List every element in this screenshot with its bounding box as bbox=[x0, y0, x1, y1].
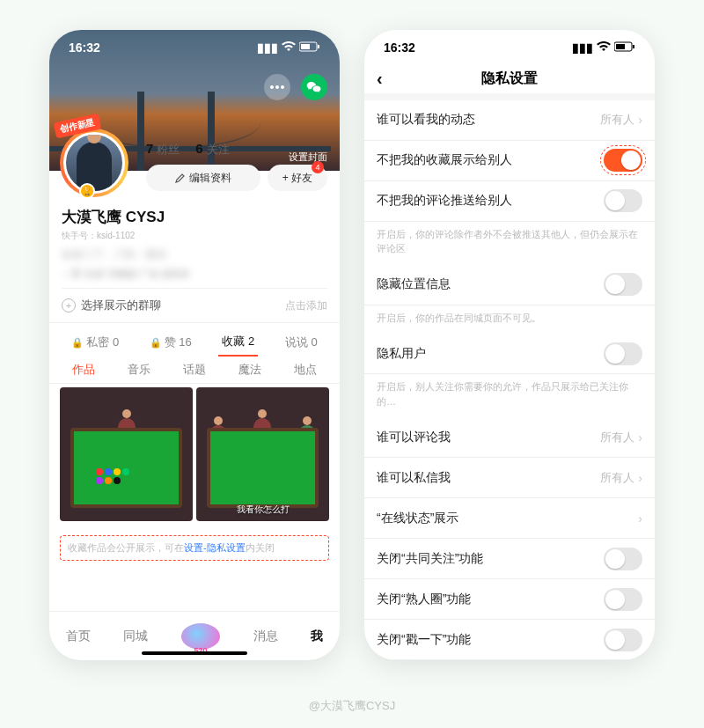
status-bar: 16:32 ▮▮▮ bbox=[364, 30, 655, 65]
toggle-hide-comments[interactable] bbox=[604, 189, 642, 212]
signal-icon: ▮▮▮ bbox=[572, 40, 593, 55]
chevron-right-icon: › bbox=[638, 511, 642, 526]
row-poke: 关闭“戳一下”功能 bbox=[364, 620, 655, 660]
edit-profile-button[interactable]: 编辑资料 bbox=[146, 165, 260, 191]
nav-messages[interactable]: 消息 bbox=[253, 629, 278, 644]
bio-blurred: 纵横三千，只取一瓢饮 bbox=[62, 247, 327, 262]
friend-badge: 4 bbox=[312, 161, 324, 173]
toggle-poke[interactable] bbox=[604, 629, 642, 651]
signal-icon: ▮▮▮ bbox=[257, 40, 278, 55]
content-tabs: 🔒私密 0 🔒赞 16 收藏 2 说说 0 bbox=[49, 322, 340, 357]
tab-moments[interactable]: 说说 0 bbox=[282, 328, 321, 357]
row-private-user: 隐私用户 bbox=[364, 334, 655, 374]
row-mutual-follow: 关闭“共同关注”功能 bbox=[364, 539, 655, 579]
back-icon[interactable]: ‹ bbox=[377, 69, 383, 89]
toggle-mutual-follow[interactable] bbox=[604, 548, 642, 570]
left-phone: 16:32 ▮▮▮ bbox=[49, 30, 340, 660]
chevron-right-icon: › bbox=[638, 113, 642, 127]
display-name: 大漠飞鹰 CYSJ bbox=[62, 207, 327, 227]
page-title: 隐私设置 bbox=[481, 70, 538, 88]
video-thumb-2[interactable]: 我看你怎么打 bbox=[196, 387, 329, 521]
status-icons: ▮▮▮ bbox=[257, 40, 320, 55]
row-hide-comments: 不把我的评论推送给别人 bbox=[364, 181, 655, 222]
svg-rect-7 bbox=[616, 44, 625, 49]
row-who-see-feed[interactable]: 谁可以看我的动态 所有人› bbox=[364, 100, 655, 141]
nav-local[interactable]: 同城 bbox=[123, 629, 148, 644]
add-friend-button[interactable]: + 好友 4 bbox=[268, 165, 327, 191]
status-icons: ▮▮▮ bbox=[572, 40, 635, 55]
battery-icon bbox=[299, 40, 320, 55]
group-hint: 点击添加 bbox=[285, 298, 327, 313]
more-button[interactable] bbox=[264, 74, 290, 100]
subtab-magic[interactable]: 魔法 bbox=[238, 362, 261, 378]
group-label: 选择展示的群聊 bbox=[81, 298, 161, 313]
row-hide-favorites: 不把我的收藏展示给别人 bbox=[364, 141, 655, 181]
tags-blurred: ♂ 男 32岁 天蝎座 广东·深圳市 bbox=[62, 268, 327, 281]
user-id: 快手号：ksid-1102 bbox=[62, 230, 327, 242]
desc-hide-location: 开启后，你的作品在同城页面不可见。 bbox=[364, 305, 655, 335]
home-indicator bbox=[142, 651, 247, 655]
right-phone: 16:32 ▮▮▮ ‹ 隐私设置 谁可以看我的动态 所有人› 不把我 bbox=[364, 30, 655, 660]
row-online-status[interactable]: “在线状态”展示 › bbox=[364, 498, 655, 539]
nav-me[interactable]: 我 bbox=[311, 629, 323, 644]
row-hide-location: 隐藏位置信息 bbox=[364, 265, 655, 305]
lock-icon: 🔒 bbox=[150, 337, 162, 349]
trophy-icon: 🏆 bbox=[79, 183, 95, 199]
chevron-right-icon: › bbox=[638, 430, 642, 445]
tab-favorites[interactable]: 收藏 2 bbox=[218, 328, 258, 357]
image-credit: @大漠飞鹰CYSJ bbox=[0, 698, 704, 714]
toggle-hide-favorites[interactable] bbox=[604, 149, 642, 172]
favorites-public-notice: 收藏作品会公开展示，可在设置-隐私设置内关闭 bbox=[60, 535, 329, 561]
avatar[interactable]: 创作新星 🏆 bbox=[60, 129, 128, 197]
plus-icon: + bbox=[62, 298, 76, 313]
row-close-friend: 关闭“熟人圈”功能 bbox=[364, 579, 655, 620]
svg-point-5 bbox=[281, 85, 284, 89]
battery-icon bbox=[614, 40, 635, 55]
toggle-close-friend[interactable] bbox=[604, 588, 642, 611]
status-bar: 16:32 ▮▮▮ bbox=[49, 30, 340, 65]
privacy-settings-link[interactable]: 设置-隐私设置 bbox=[184, 542, 246, 553]
wifi-icon bbox=[282, 40, 296, 55]
edit-profile-label: 编辑资料 bbox=[189, 171, 231, 186]
subtab-place[interactable]: 地点 bbox=[294, 362, 317, 378]
page-header: ‹ 隐私设置 bbox=[364, 65, 655, 93]
sub-tabs: 作品 音乐 话题 魔法 地点 bbox=[49, 357, 340, 384]
tab-likes[interactable]: 🔒赞 16 bbox=[146, 328, 195, 357]
status-time: 16:32 bbox=[384, 40, 415, 55]
nav-home[interactable]: 首页 bbox=[66, 629, 91, 644]
settings-list: 谁可以看我的动态 所有人› 不把我的收藏展示给别人 不把我的评论推送给别人 开启… bbox=[364, 93, 655, 661]
row-who-dm[interactable]: 谁可以私信我 所有人› bbox=[364, 458, 655, 498]
following-stat[interactable]: 6关注 bbox=[195, 141, 229, 158]
tab-private[interactable]: 🔒私密 0 bbox=[68, 328, 122, 357]
subtab-works[interactable]: 作品 bbox=[72, 362, 95, 378]
subtab-music[interactable]: 音乐 bbox=[128, 362, 150, 378]
svg-point-3 bbox=[270, 85, 274, 89]
chevron-right-icon: › bbox=[638, 471, 642, 485]
row-who-comment[interactable]: 谁可以评论我 所有人› bbox=[364, 417, 655, 458]
add-friend-label: + 好友 bbox=[282, 171, 312, 186]
nav-create[interactable] bbox=[181, 623, 220, 650]
wifi-icon bbox=[597, 40, 611, 55]
wechat-share-button[interactable] bbox=[301, 74, 327, 100]
svg-rect-1 bbox=[301, 44, 310, 49]
video-thumb-1[interactable] bbox=[60, 387, 193, 521]
fans-stat[interactable]: 7粉丝 bbox=[146, 141, 180, 158]
status-time: 16:32 bbox=[69, 40, 100, 55]
subtab-topic[interactable]: 话题 bbox=[183, 362, 206, 378]
svg-rect-8 bbox=[633, 45, 634, 48]
desc-private-user: 开启后，别人关注你需要你的允许，作品只展示给已关注你的… bbox=[364, 374, 655, 417]
toggle-hide-location[interactable] bbox=[604, 273, 642, 296]
toggle-private-user[interactable] bbox=[604, 342, 642, 365]
group-showcase-row[interactable]: +选择展示的群聊 点击添加 bbox=[62, 288, 327, 322]
thumb-caption: 我看你怎么打 bbox=[196, 504, 329, 516]
desc-hide-comments: 开启后，你的评论除作者外不会被推送其他人，但仍会展示在评论区 bbox=[364, 222, 655, 265]
lock-icon: 🔒 bbox=[71, 337, 84, 349]
svg-rect-2 bbox=[318, 45, 319, 48]
svg-point-4 bbox=[275, 85, 279, 89]
